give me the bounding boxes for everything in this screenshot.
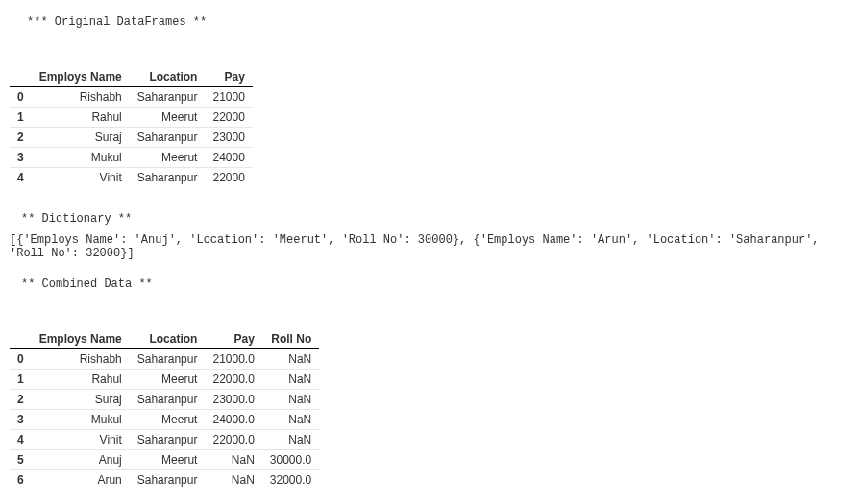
cell-location: Meerut [130,108,206,128]
table-row: 2 Suraj Saharanpur 23000 [10,128,253,148]
cell-index: 3 [10,410,32,430]
cell-pay: 21000 [205,87,252,108]
table-row: 4 Vinit Saharanpur 22000 [10,168,253,188]
cell-pay: 21000.0 [205,349,261,370]
cell-location: Saharanpur [130,430,206,450]
col-pay: Pay [205,329,261,349]
cell-name: Arun [32,470,130,491]
cell-location: Meerut [130,370,206,390]
table-row: 1 Rahul Meerut 22000.0 NaN [10,370,319,390]
col-employs-name: Employs Name [32,329,130,349]
cell-rollno: NaN [262,430,319,450]
dictionary-output: [{'Employs Name': 'Anuj', 'Location': 'M… [10,233,850,260]
cell-name: Rishabh [32,87,130,108]
table-row: 2 Suraj Saharanpur 23000.0 NaN [10,390,319,410]
cell-location: Saharanpur [130,390,206,410]
table-header-row: Employs Name Location Pay Roll No [10,329,319,349]
cell-index: 5 [10,450,32,470]
cell-name: Vinit [32,430,130,450]
cell-rollno: NaN [262,390,319,410]
heading-dictionary: ** Dictionary ** [21,212,850,226]
table-row: 4 Vinit Saharanpur 22000.0 NaN [10,430,319,450]
table-row: 0 Rishabh Saharanpur 21000 [10,87,253,108]
cell-location: Saharanpur [130,168,206,188]
cell-name: Rahul [32,108,130,128]
cell-pay: 22000.0 [205,370,261,390]
col-employs-name: Employs Name [32,67,130,87]
cell-index: 2 [10,390,32,410]
col-index [10,329,32,349]
cell-pay: NaN [205,470,261,491]
cell-index: 1 [10,108,32,128]
cell-rollno: NaN [262,349,319,370]
cell-location: Saharanpur [130,349,206,370]
table-row: 1 Rahul Meerut 22000 [10,108,253,128]
table-row: 6 Arun Saharanpur NaN 32000.0 [10,470,319,491]
col-index [10,67,32,87]
col-location: Location [130,67,206,87]
cell-location: Saharanpur [130,87,206,108]
col-roll-no: Roll No [262,329,319,349]
cell-index: 6 [10,470,32,491]
cell-location: Meerut [130,410,206,430]
cell-pay: NaN [205,450,261,470]
cell-pay: 24000 [205,148,252,168]
cell-pay: 22000.0 [205,430,261,450]
cell-name: Suraj [32,128,130,148]
cell-name: Vinit [32,168,130,188]
cell-name: Mukul [32,410,130,430]
table-header-row: Employs Name Location Pay [10,67,253,87]
cell-rollno: NaN [262,370,319,390]
cell-rollno: 30000.0 [262,450,319,470]
cell-pay: 23000.0 [205,390,261,410]
original-dataframe-table: Employs Name Location Pay 0 Rishabh Saha… [10,67,253,187]
cell-rollno: NaN [262,410,319,430]
table-row: 3 Mukul Meerut 24000 [10,148,253,168]
cell-index: 0 [10,349,32,370]
table-row: 3 Mukul Meerut 24000.0 NaN [10,410,319,430]
col-location: Location [130,329,206,349]
cell-name: Rishabh [32,349,130,370]
cell-location: Meerut [130,148,206,168]
cell-location: Meerut [130,450,206,470]
cell-index: 3 [10,148,32,168]
cell-name: Mukul [32,148,130,168]
table-row: 5 Anuj Meerut NaN 30000.0 [10,450,319,470]
cell-pay: 23000 [205,128,252,148]
cell-pay: 22000 [205,168,252,188]
cell-name: Anuj [32,450,130,470]
combined-dataframe-table: Employs Name Location Pay Roll No 0 Rish… [10,329,319,490]
heading-original: *** Original DataFrames ** [27,15,850,29]
col-pay: Pay [205,67,252,87]
cell-location: Saharanpur [130,470,206,491]
cell-name: Rahul [32,370,130,390]
cell-index: 2 [10,128,32,148]
cell-pay: 22000 [205,108,252,128]
cell-index: 0 [10,87,32,108]
cell-index: 4 [10,168,32,188]
cell-index: 1 [10,370,32,390]
cell-rollno: 32000.0 [262,470,319,491]
heading-combined: ** Combined Data ** [21,277,850,291]
cell-index: 4 [10,430,32,450]
cell-pay: 24000.0 [205,410,261,430]
cell-location: Saharanpur [130,128,206,148]
cell-name: Suraj [32,390,130,410]
table-row: 0 Rishabh Saharanpur 21000.0 NaN [10,349,319,370]
